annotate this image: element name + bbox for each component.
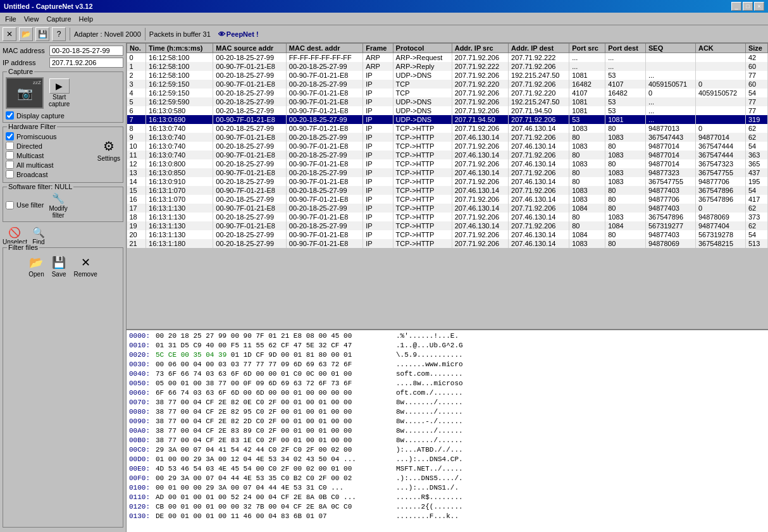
table-row[interactable]: 816:13:0:74000-20-18-25-27-9900-90-7F-01…: [127, 124, 768, 133]
close-button[interactable]: ×: [754, 2, 764, 11]
multicast-checkbox[interactable]: [6, 151, 14, 159]
table-cell: 16:13:1:070: [146, 195, 213, 204]
table-row[interactable]: 1116:13:0:74000-90-7F-01-21-E800-20-18-2…: [127, 151, 768, 159]
menu-file[interactable]: File: [1, 14, 20, 24]
find-button[interactable]: 🔍 Find: [32, 226, 45, 245]
menu-capture[interactable]: Capture: [42, 14, 75, 24]
table-cell: 77: [745, 71, 767, 80]
table-row[interactable]: 1416:13:0:91000-20-18-25-27-9900-90-7F-0…: [127, 177, 768, 186]
table-row[interactable]: 1016:13:0:74000-20-18-25-27-9900-90-7F-0…: [127, 142, 768, 151]
table-row[interactable]: 1316:13:0:85000-90-7F-01-21-E800-20-18-2…: [127, 168, 768, 177]
menu-help[interactable]: Help: [75, 14, 97, 24]
packet-table-container[interactable]: No. Time (h:m:s:ms) MAC source addr MAC …: [127, 43, 768, 330]
table-row[interactable]: 016:12:58:10000-20-18-25-27-99FF-FF-FF-F…: [127, 53, 768, 63]
table-cell: IP: [363, 89, 393, 97]
table-cell: 1084: [605, 221, 646, 230]
unselect-button[interactable]: 🚫 Unselect: [3, 226, 27, 245]
hex-line: 00B0: 38 77 00 04 CF 2E 83 1E C0 2F 00 0…: [129, 436, 765, 445]
table-cell: 80: [569, 177, 605, 186]
table-cell: 16:13:0:740: [146, 133, 213, 142]
remove-file-button[interactable]: ✕ Remove: [74, 256, 97, 278]
table-row[interactable]: 1916:13:1:13000-90-7F-01-21-E800-20-18-2…: [127, 221, 768, 230]
use-filter-checkbox[interactable]: [6, 201, 14, 209]
hex-bytes: 38 77 00 04 CF 2E 83 1E C0 2F 00 01 00 0…: [156, 436, 396, 445]
table-cell: 207.71.92.222: [509, 53, 569, 63]
hex-offset: 0040:: [129, 369, 156, 379]
table-cell: 00-20-18-25-27-99: [213, 159, 286, 168]
table-row[interactable]: 2116:13:1:18000-20-18-25-27-9900-90-7F-0…: [127, 239, 768, 248]
open-toolbar-btn[interactable]: 📂: [19, 27, 33, 41]
start-capture-label: Startcapture: [49, 94, 70, 108]
hex-dump[interactable]: 0000: 00 20 18 25 27 99 00 90 7F 01 21 E…: [127, 330, 768, 532]
table-row[interactable]: 616:13:0:58000-20-18-25-27-9900-90-7F-01…: [127, 106, 768, 115]
table-row[interactable]: 1816:13:1:13000-20-18-25-27-9900-90-7F-0…: [127, 213, 768, 221]
broadcast-checkbox[interactable]: [6, 170, 14, 178]
hex-ascii: .%'......!...E.: [396, 331, 459, 341]
table-row[interactable]: 2016:13:1:13000-20-18-25-27-9900-90-7F-0…: [127, 230, 768, 239]
table-cell: 00-90-7F-01-21-E8: [213, 204, 286, 213]
directed-checkbox[interactable]: [6, 142, 14, 150]
col-frame: Frame: [363, 44, 393, 53]
settings-button[interactable]: ⚙ Settings: [97, 139, 120, 162]
table-cell: 513: [745, 239, 767, 248]
table-cell: 207.46.130.14: [509, 230, 569, 239]
table-row[interactable]: 416:12:59:15000-20-18-25-27-9900-90-7F-0…: [127, 89, 768, 97]
table-cell: 00-20-18-25-27-99: [213, 230, 286, 239]
table-row[interactable]: 1216:13:0:80000-20-18-25-27-9900-90-7F-0…: [127, 159, 768, 168]
display-capture-row: Display capture: [6, 111, 120, 120]
table-cell: 80: [605, 239, 646, 248]
table-cell: TCP->HTTP: [393, 221, 452, 230]
table-cell: IP: [363, 213, 393, 221]
table-row[interactable]: 1716:13:1:13000-90-7F-01-21-E800-20-18-2…: [127, 204, 768, 213]
close-toolbar-btn[interactable]: ✕: [3, 27, 16, 41]
table-cell: 77: [745, 97, 767, 106]
window-controls[interactable]: _ □ ×: [731, 2, 764, 11]
table-cell: 53: [569, 115, 605, 124]
table-row[interactable]: 1516:13:1:07000-90-7F-01-21-E800-20-18-2…: [127, 186, 768, 195]
display-capture-checkbox[interactable]: [6, 111, 14, 120]
table-row[interactable]: 316:12:59:15000-90-7F-01-21-E800-20-18-2…: [127, 80, 768, 89]
table-row[interactable]: 516:12:59:59000-20-18-25-27-9900-90-7F-0…: [127, 97, 768, 106]
minimize-button[interactable]: _: [731, 2, 741, 11]
open-file-button[interactable]: 📂 Open: [28, 256, 44, 278]
table-cell: IP: [363, 177, 393, 186]
table-cell: 7: [127, 115, 146, 124]
table-cell: ARP->Request: [393, 53, 452, 63]
table-cell: 207.71.92.220: [452, 80, 508, 89]
start-capture-button[interactable]: ▶ Startcapture: [49, 78, 70, 108]
save-file-button[interactable]: 💾 Save: [52, 256, 66, 278]
maximize-button[interactable]: □: [743, 2, 753, 11]
hex-offset: 0030:: [129, 360, 156, 369]
table-row[interactable]: 916:13:0:74000-90-7F-01-21-E800-20-18-25…: [127, 133, 768, 142]
all-multicast-checkbox[interactable]: [6, 161, 14, 169]
table-cell: IP: [363, 230, 393, 239]
table-row[interactable]: 1616:13:1:07000-20-18-25-27-9900-90-7F-0…: [127, 195, 768, 204]
table-row[interactable]: 716:13:0:69000-90-7F-01-21-E800-20-18-25…: [127, 115, 768, 124]
table-cell: [695, 62, 745, 71]
table-cell: 94878069: [645, 239, 695, 248]
table-cell: 00-90-7F-01-21-E8: [286, 106, 363, 115]
table-cell: 207.71.92.206: [509, 186, 569, 195]
hex-ascii: .1..@...Ub.G^2.G: [396, 341, 463, 350]
hex-bytes: 6F 66 74 03 63 6F 6D 00 6D 00 00 01 00 0…: [156, 388, 396, 398]
hex-offset: 0060:: [129, 388, 156, 398]
save-toolbar-btn[interactable]: 💾: [35, 27, 49, 41]
modify-filter-button[interactable]: 🔧 Modifyfilter: [49, 192, 67, 219]
hex-line: 0060: 6F 66 74 03 63 6F 6D 00 6D 00 00 0…: [129, 388, 765, 398]
table-cell: 1083: [605, 151, 646, 159]
table-cell: 00-20-18-25-27-99: [286, 151, 363, 159]
table-cell: 16:13:1:180: [146, 239, 213, 248]
table-row[interactable]: 116:12:58:10000-90-7F-01-21-E800-20-18-2…: [127, 62, 768, 71]
table-cell: ARP->Reply: [393, 62, 452, 71]
hex-offset: 0120:: [129, 502, 156, 512]
table-row[interactable]: 216:12:58:10000-20-18-25-27-9900-90-7F-0…: [127, 71, 768, 80]
table-cell: 207.71.92.206: [509, 168, 569, 177]
table-cell: 195: [745, 177, 767, 186]
table-cell: 00-20-18-25-27-99: [286, 221, 363, 230]
col-port-src: Port src: [569, 44, 605, 53]
help-toolbar-btn[interactable]: ?: [52, 27, 66, 41]
menu-view[interactable]: View: [20, 14, 43, 24]
hex-line: 00D0: 01 00 00 29 3A 00 12 04 4E 53 34 0…: [129, 455, 765, 464]
table-cell: 17: [127, 204, 146, 213]
promiscuous-checkbox[interactable]: [6, 132, 14, 140]
